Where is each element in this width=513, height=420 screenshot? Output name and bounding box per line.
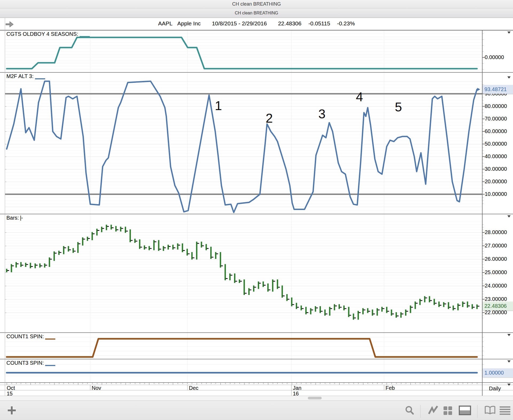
month-label: Oct — [7, 385, 15, 391]
indicator-name: Bars: — [6, 215, 19, 221]
cgts-line-swatch — [80, 36, 90, 37]
bars-axis-label: 28.00000 — [485, 229, 507, 235]
bars-axis-label: 24.00000 — [485, 283, 507, 289]
month-separator — [187, 385, 188, 390]
month-label: Nov — [92, 385, 101, 391]
m2f-axis-label: 40.00000 — [485, 153, 507, 160]
indicator-name: COUNT1 SPIN: — [6, 333, 44, 340]
m2f-axis-label: 50.00000 — [485, 141, 507, 147]
indicator-name: CGTS OLDBOY 4 SEASONS: — [6, 31, 78, 37]
count3-line-swatch — [45, 365, 55, 366]
bar-style-sample: |- — [20, 215, 23, 221]
year-separator — [291, 390, 292, 396]
indicator-name: M2F ALT 3: — [6, 73, 34, 80]
panel-collapse-bars[interactable] — [507, 215, 511, 217]
month-label: Jan — [293, 385, 301, 391]
m2f-line-swatch — [35, 78, 45, 79]
m2f-axis-label: 10.00000 — [485, 191, 507, 197]
indicator-name: COUNT3 SPIN: — [6, 360, 44, 366]
bars-axis-label: 27.00000 — [485, 243, 507, 249]
panel-collapse-count3[interactable] — [507, 360, 511, 363]
bars-axis-label: 23.00000 — [485, 296, 507, 302]
wave-annotation-4: 4 — [356, 90, 363, 104]
panel-label-count3[interactable]: COUNT3 SPIN: — [6, 360, 55, 366]
panel-label-cgts[interactable]: CGTS OLDBOY 4 SEASONS: — [6, 31, 90, 37]
wave-annotation-5: 5 — [395, 100, 402, 114]
bars-axis-label: 26.00000 — [485, 256, 507, 262]
month-label: Dec — [189, 385, 199, 391]
count1-line-swatch — [45, 339, 55, 340]
panel-collapse-m2f[interactable] — [507, 76, 511, 79]
year-label: 16 — [293, 391, 299, 397]
cgts-axis-label: 0.00000 — [485, 54, 504, 60]
wave-annotation-2: 2 — [266, 111, 273, 126]
panel-label-m2f[interactable]: M2F ALT 3: — [6, 73, 45, 80]
timeframe-label: Daily — [489, 386, 501, 391]
month-label: Feb — [386, 385, 395, 391]
month-separator — [384, 385, 384, 390]
m2f-axis-label: 30.00000 — [485, 166, 507, 172]
month-separator — [291, 385, 292, 390]
timeframe-dropdown-arrow[interactable] — [507, 384, 511, 386]
bars-value-tag: 22.48306 — [483, 302, 513, 310]
bars-axis-label: 25.00000 — [485, 269, 507, 275]
panel-label-count1[interactable]: COUNT1 SPIN: — [6, 333, 55, 340]
m2f-axis-label: 70.00000 — [485, 116, 507, 122]
year-label: 15 — [7, 391, 13, 397]
m2f-value-tag: 93.48721 — [483, 85, 513, 94]
panel-collapse-cgts[interactable] — [507, 32, 511, 34]
wave-annotation-3: 3 — [318, 107, 326, 121]
wave-annotation-1: 1 — [215, 98, 222, 113]
panel-collapse-count1[interactable] — [507, 334, 511, 336]
chart-plot[interactable] — [0, 0, 513, 420]
m2f-axis-label: 60.00000 — [485, 128, 507, 134]
m2f-axis-label: 20.00000 — [485, 178, 507, 185]
trading-app-window: CH clean BREATHING CH clean BREATHING AA… — [0, 0, 513, 420]
panel-label-bars[interactable]: Bars: |- — [6, 215, 23, 221]
m2f-axis-label: 80.00000 — [485, 103, 507, 109]
month-separator — [90, 385, 90, 390]
timeframe-selector[interactable]: Daily — [489, 386, 501, 392]
count3-value-tag: 1.00000 — [483, 368, 513, 377]
